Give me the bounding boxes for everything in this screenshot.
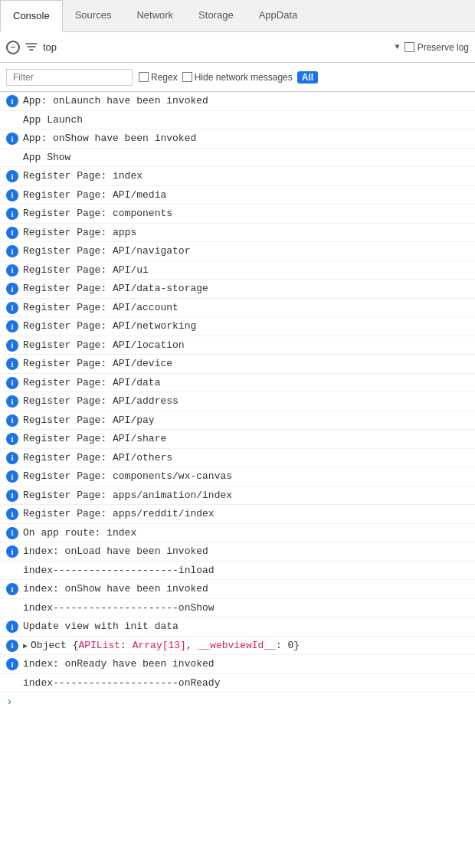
console-text: Register Page: components bbox=[23, 206, 172, 221]
preserve-log-area: Preserve log bbox=[405, 42, 469, 53]
console-text: Register Page: API/pay bbox=[23, 413, 155, 428]
console-text: Update view with init data bbox=[23, 619, 179, 634]
info-icon: i bbox=[6, 658, 18, 670]
console-line: App Show bbox=[0, 149, 475, 168]
filter-bar: Regex Hide network messages All bbox=[0, 63, 475, 92]
console-line: iRegister Page: components bbox=[0, 205, 475, 224]
console-text: Register Page: apps/animation/index bbox=[23, 488, 232, 503]
info-icon: i bbox=[6, 95, 18, 107]
info-icon: i bbox=[6, 395, 18, 408]
console-text: App Launch bbox=[23, 113, 83, 128]
console-text: Register Page: apps bbox=[23, 225, 136, 241]
no-entry-icon[interactable]: — bbox=[6, 41, 20, 54]
tab-storage[interactable]: Storage bbox=[186, 0, 247, 31]
context-selector[interactable]: top bbox=[43, 41, 391, 53]
dropdown-arrow-icon[interactable]: ▼ bbox=[395, 43, 400, 51]
console-line: index---------------------onReady bbox=[0, 674, 475, 693]
console-text: Register Page: API/account bbox=[23, 300, 179, 316]
console-text: Register Page: API/others bbox=[23, 450, 172, 466]
tab-appdata[interactable]: AppData bbox=[247, 0, 311, 31]
console-line: iRegister Page: API/navigator bbox=[0, 242, 475, 261]
tab-network[interactable]: Network bbox=[124, 0, 186, 31]
console-text: index---------------------inload bbox=[23, 563, 215, 578]
console-text: Register Page: API/data bbox=[23, 375, 160, 391]
console-prompt[interactable]: › bbox=[0, 693, 475, 711]
console-output: iApp: onLaunch have been invokedApp Laun… bbox=[0, 92, 475, 693]
console-text: index---------------------onShow bbox=[23, 601, 215, 616]
console-line: iRegister Page: API/others bbox=[0, 449, 475, 468]
console-object-text[interactable]: ▶Object {APIList: Array[13], __webviewId… bbox=[23, 638, 300, 653]
info-icon: i bbox=[6, 170, 18, 182]
regex-checkbox[interactable] bbox=[139, 72, 149, 82]
preserve-log-label: Preserve log bbox=[418, 42, 469, 53]
console-text: index: onLoad have been invoked bbox=[23, 544, 208, 559]
filter-icon[interactable] bbox=[25, 41, 38, 54]
filter-input[interactable] bbox=[6, 69, 133, 86]
info-icon: i bbox=[6, 339, 18, 352]
console-line: iRegister Page: components/wx-canvas bbox=[0, 467, 475, 486]
console-line: iRegister Page: apps/animation/index bbox=[0, 486, 475, 506]
info-icon: i bbox=[6, 377, 18, 389]
console-text: Register Page: API/networking bbox=[23, 319, 196, 334]
info-icon: i bbox=[6, 320, 18, 332]
console-line: iRegister Page: API/networking bbox=[0, 317, 475, 336]
preserve-log-checkbox[interactable] bbox=[405, 42, 414, 52]
all-badge[interactable]: All bbox=[297, 71, 318, 84]
console-line: iRegister Page: apps/reddit/index bbox=[0, 505, 475, 524]
regex-option[interactable]: Regex bbox=[139, 72, 178, 83]
info-icon: i bbox=[6, 433, 18, 445]
console-line: index---------------------onShow bbox=[0, 599, 475, 618]
info-icon: i bbox=[6, 283, 18, 295]
info-icon: i bbox=[6, 621, 18, 633]
console-line: index---------------------inload bbox=[0, 562, 475, 581]
info-icon: i bbox=[6, 527, 18, 539]
info-icon: i bbox=[6, 133, 18, 145]
info-icon: i bbox=[6, 470, 18, 483]
console-text: index---------------------onReady bbox=[23, 676, 220, 691]
console-toolbar: — top ▼ Preserve log bbox=[0, 32, 475, 63]
console-line: iRegister Page: API/address bbox=[0, 392, 475, 411]
console-line: iRegister Page: API/pay bbox=[0, 411, 475, 431]
console-line: iRegister Page: API/data-storage bbox=[0, 280, 475, 299]
console-line: iApp: onShow have been invoked bbox=[0, 129, 475, 149]
console-line: iRegister Page: API/ui bbox=[0, 261, 475, 280]
info-icon: i bbox=[6, 508, 18, 520]
prompt-arrow-icon[interactable]: › bbox=[6, 696, 12, 708]
console-line: iRegister Page: API/media bbox=[0, 186, 475, 205]
tab-console[interactable]: Console bbox=[0, 0, 63, 32]
console-line: iindex: onShow have been invoked bbox=[0, 580, 475, 599]
console-text: Register Page: API/share bbox=[23, 431, 166, 447]
console-line: iindex: onReady have been invoked bbox=[0, 655, 475, 674]
console-text: Register Page: API/location bbox=[23, 338, 185, 353]
console-line: iOn app route: index bbox=[0, 524, 475, 543]
info-icon: i bbox=[6, 245, 18, 257]
console-line: i▶Object {APIList: Array[13], __webviewI… bbox=[0, 637, 475, 656]
console-text: On app route: index bbox=[23, 526, 136, 541]
console-line: iRegister Page: index bbox=[0, 167, 475, 186]
console-line: iRegister Page: API/data bbox=[0, 374, 475, 393]
info-icon: i bbox=[6, 414, 18, 427]
console-text: Register Page: API/device bbox=[23, 356, 172, 372]
info-icon: i bbox=[6, 302, 18, 314]
regex-label: Regex bbox=[151, 72, 178, 83]
expand-arrow-icon[interactable]: ▶ bbox=[23, 640, 28, 652]
console-text: index: onReady have been invoked bbox=[23, 657, 215, 672]
info-icon: i bbox=[6, 452, 18, 464]
console-line: iRegister Page: API/account bbox=[0, 299, 475, 318]
info-icon: i bbox=[6, 208, 18, 220]
console-text: Register Page: API/data-storage bbox=[23, 281, 208, 296]
console-text: Register Page: API/media bbox=[23, 188, 166, 203]
console-text: index: onShow have been invoked bbox=[23, 581, 208, 597]
console-text: App: onShow have been invoked bbox=[23, 131, 196, 146]
console-line: iRegister Page: API/device bbox=[0, 355, 475, 374]
tab-sources[interactable]: Sources bbox=[63, 0, 125, 31]
console-line: iUpdate view with init data bbox=[0, 617, 475, 637]
console-line: iRegister Page: API/location bbox=[0, 336, 475, 355]
console-text: App: onLaunch have been invoked bbox=[23, 93, 208, 109]
info-icon: i bbox=[6, 583, 18, 595]
info-icon: i bbox=[6, 358, 18, 370]
console-line: iApp: onLaunch have been invoked bbox=[0, 92, 475, 111]
hide-network-option[interactable]: Hide network messages bbox=[182, 72, 293, 83]
hide-network-checkbox[interactable] bbox=[182, 72, 192, 82]
console-line: App Launch bbox=[0, 111, 475, 130]
